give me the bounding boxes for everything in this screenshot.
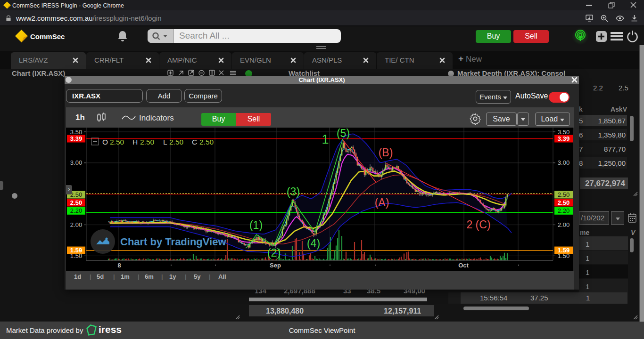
svg-text:Chart by TradingView: Chart by TradingView: [120, 236, 226, 248]
svg-text:2.50: 2.50: [110, 138, 124, 146]
svg-text:L: L: [163, 138, 167, 146]
svg-text:3.39: 3.39: [558, 135, 570, 142]
svg-text:8: 8: [117, 262, 121, 269]
svg-text:3.00: 3.00: [70, 159, 82, 166]
svg-text:1.59: 1.59: [70, 247, 82, 254]
svg-text:3.50: 3.50: [558, 129, 570, 136]
svg-text:(3): (3): [287, 186, 300, 198]
svg-text:2.20: 2.20: [558, 207, 570, 214]
svg-text:2.50: 2.50: [558, 191, 570, 198]
svg-text:C: C: [192, 138, 197, 146]
svg-text:3.39: 3.39: [70, 135, 82, 142]
svg-text:(1): (1): [249, 219, 263, 231]
svg-text:1.59: 1.59: [558, 247, 570, 254]
svg-text:2.00: 2.00: [558, 221, 570, 228]
svg-text:(B): (B): [379, 146, 393, 159]
svg-text:3.50: 3.50: [70, 129, 82, 136]
svg-text:(4): (4): [307, 237, 320, 250]
svg-text:H: H: [132, 138, 138, 146]
svg-text:(2): (2): [267, 247, 281, 259]
svg-text:2.50: 2.50: [199, 138, 214, 146]
svg-text:2.00: 2.00: [70, 221, 82, 228]
svg-text:(A): (A): [375, 196, 389, 209]
svg-text:2 (C): 2 (C): [466, 218, 490, 231]
svg-text:Sep: Sep: [270, 262, 281, 269]
svg-text:3.00: 3.00: [558, 159, 570, 166]
svg-text:(5): (5): [337, 128, 350, 139]
svg-text:1: 1: [322, 132, 329, 146]
svg-text:2.20: 2.20: [70, 207, 82, 214]
svg-text:O: O: [102, 138, 108, 146]
svg-text:2.50: 2.50: [558, 199, 570, 206]
svg-text:Oct: Oct: [458, 262, 469, 269]
svg-text:2.50: 2.50: [70, 199, 82, 206]
svg-text:2.50: 2.50: [140, 138, 155, 146]
svg-text:2.50: 2.50: [169, 138, 184, 146]
